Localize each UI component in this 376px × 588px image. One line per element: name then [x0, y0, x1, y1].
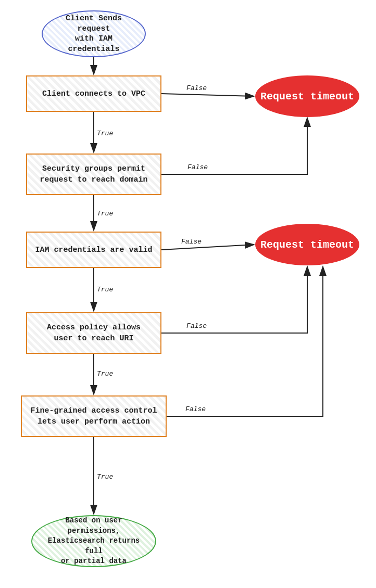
diagram-container: Client Sends requestwith IAM credentials… [0, 0, 376, 588]
svg-text:False: False [187, 163, 208, 171]
box-fine-grained: Fine-grained access controllets user per… [21, 395, 167, 437]
svg-text:True: True [97, 210, 113, 218]
svg-text:True: True [97, 130, 113, 137]
box-access-policy: Access policy allowsuser to reach URI [26, 312, 161, 354]
end-node: Based on user permissions,Elasticsearch … [31, 515, 156, 567]
timeout-node-1: Request timeout [255, 75, 359, 117]
svg-text:False: False [181, 238, 202, 246]
start-node: Client Sends requestwith IAM credentials [42, 10, 146, 57]
timeout-node-2: Request timeout [255, 224, 359, 265]
svg-text:True: True [97, 286, 113, 293]
svg-text:True: True [97, 473, 113, 481]
svg-text:False: False [186, 84, 207, 92]
svg-line-11 [161, 245, 254, 250]
svg-text:False: False [186, 322, 207, 330]
box-vpc: Client connects to VPC [26, 75, 161, 112]
svg-text:True: True [97, 370, 113, 378]
box-iam: IAM credentials are valid [26, 232, 161, 268]
svg-text:False: False [185, 405, 206, 413]
box-security-groups: Security groups permitrequest to reach d… [26, 154, 161, 195]
svg-line-4 [161, 94, 254, 96]
